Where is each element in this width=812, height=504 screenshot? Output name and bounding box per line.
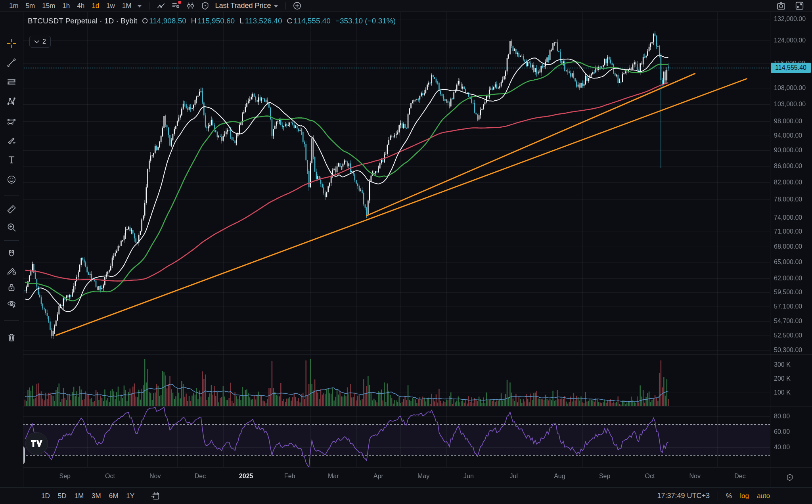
axis-settings-button[interactable] (784, 472, 795, 483)
tool-hide-drawings-button[interactable] (4, 297, 19, 311)
tool-trendline-button[interactable] (4, 56, 19, 70)
xabcd-pattern-icon (6, 96, 17, 106)
time-tick: Oct (96, 473, 124, 480)
tool-crosshair-button[interactable] (4, 36, 19, 50)
timeframe-1h[interactable]: 1h (59, 1, 73, 11)
price-tick: 65,000.00 (774, 258, 802, 266)
price-tick: 132,000.00 (774, 15, 806, 23)
candle-display-button[interactable] (183, 1, 197, 11)
tool-zoom-in-button[interactable] (4, 220, 19, 234)
tool-fib-retracement-button[interactable] (4, 75, 19, 89)
price-tick: 124,000.00 (774, 36, 806, 44)
topbar-right-group (774, 1, 806, 11)
time-tick: 2025 (232, 473, 260, 480)
timeframe-1w[interactable]: 1w (103, 1, 119, 11)
price-tick: 98,000.00 (774, 117, 802, 125)
rsi-tick: 60.00 (774, 428, 790, 436)
timeframe-1m[interactable]: 1m (6, 1, 22, 11)
chart-canvas[interactable] (0, 0, 812, 504)
price-tick: 90,000.00 (774, 146, 802, 154)
volume-tick: 300 K (774, 361, 791, 369)
range-5d[interactable]: 5D (54, 491, 70, 501)
fullscreen-button[interactable] (792, 1, 806, 11)
bybit-tradingview-chart: { "ui": { "topbar": { "timeframes": ["1m… (0, 0, 812, 504)
timeframe-dropdown-caret-icon[interactable] (138, 5, 142, 8)
auto-scale-button[interactable]: auto (757, 492, 770, 500)
price-tick: 54,700.00 (774, 317, 802, 325)
brush-icon (6, 136, 17, 146)
tool-measure-button[interactable] (4, 202, 19, 217)
bottombar-right-group: 17:37:49 UTC+3 % log auto (657, 492, 812, 500)
indicator-count: 2 (42, 38, 46, 45)
forecast-icon (6, 117, 17, 127)
timeframe-5m[interactable]: 5m (22, 1, 39, 11)
range-1y[interactable]: 1Y (123, 491, 138, 501)
timeframe-1M[interactable]: 1M (119, 1, 135, 11)
ohlc-high: H115,950.60 (191, 17, 235, 25)
symbol-title[interactable]: BTCUSDT Perpetual · 1D · Bybit (28, 17, 137, 25)
time-tick: Jun (455, 473, 483, 480)
chart-style-button[interactable] (154, 1, 168, 11)
log-scale-button[interactable]: log (740, 492, 749, 500)
fib-lines-icon (6, 77, 17, 87)
toolbar-divider (718, 492, 718, 500)
toolbar-separator (4, 195, 19, 195)
range-3m[interactable]: 3M (88, 491, 105, 501)
time-axis-border (0, 467, 812, 468)
time-tick: Aug (546, 473, 573, 480)
tool-brush-button[interactable] (4, 134, 19, 148)
tv-mark-icon (31, 440, 43, 447)
price-tick: 74,000.00 (774, 214, 802, 222)
price-source-dropdown[interactable]: Last Traded Price (215, 2, 271, 10)
chart-settings-button[interactable] (198, 1, 212, 11)
tool-projection-button[interactable] (4, 115, 19, 129)
last-price-value: 114,555.40 (775, 64, 806, 71)
clock[interactable]: 17:37:49 UTC+3 (657, 492, 710, 500)
pencil-lock-icon (6, 266, 17, 276)
range-6m[interactable]: 6M (105, 491, 122, 501)
tool-magnet-button[interactable] (4, 247, 19, 261)
toolbar-divider (285, 2, 286, 10)
timeframe-4h[interactable]: 4h (73, 1, 88, 11)
price-tick: 62,000.00 (774, 274, 802, 282)
tool-emoji-button[interactable] (4, 172, 19, 187)
price-tick: 57,100.00 (774, 303, 802, 310)
timeframe-15m[interactable]: 15m (38, 1, 59, 11)
range-1m[interactable]: 1M (71, 491, 87, 501)
text-icon (6, 155, 17, 165)
trendline-icon (6, 57, 17, 68)
price-tick: 52,500.00 (774, 332, 802, 339)
price-source-caret-icon (274, 5, 278, 8)
timeframe-1d[interactable]: 1d (88, 1, 103, 11)
change-value: −353.10 (−0.31%) (335, 17, 396, 25)
tool-lock-all-button[interactable] (4, 280, 19, 295)
double-candle-icon (186, 1, 195, 11)
tool-xabcd-pattern-button[interactable] (4, 94, 19, 108)
pane-separator-rsi[interactable] (0, 406, 812, 406)
indicators-collapse-button[interactable]: 2 (29, 36, 51, 48)
time-tick: Feb (276, 473, 304, 480)
tool-drawing-lock-button[interactable] (4, 264, 19, 278)
tradingview-logo[interactable] (25, 432, 48, 455)
screenshot-button[interactable] (774, 1, 788, 11)
trash-icon (6, 332, 17, 343)
tool-remove-drawings-button[interactable] (4, 330, 19, 345)
range-1d[interactable]: 1D (38, 491, 54, 501)
add-button[interactable] (290, 1, 304, 11)
tool-text-button[interactable] (4, 153, 19, 167)
ohlc-open: O114,908.50 (142, 17, 186, 25)
toolbar-divider (143, 492, 143, 500)
ohlc-low: L113,526.40 (239, 17, 282, 25)
zoom-in-icon (6, 222, 17, 232)
price-tick: 108,000.00 (774, 84, 806, 92)
lock-icon (6, 282, 17, 293)
price-tick: 94,000.00 (774, 132, 802, 140)
go-to-date-button[interactable] (148, 491, 162, 501)
price-tick: 50,300.00 (774, 346, 802, 354)
calendar-icon (150, 491, 160, 501)
indicators-button[interactable] (169, 1, 183, 11)
line-chart-icon (156, 1, 166, 11)
pane-separator-volume[interactable] (0, 354, 812, 355)
chevron-down-icon (34, 40, 39, 44)
percent-scale-button[interactable]: % (726, 492, 732, 500)
